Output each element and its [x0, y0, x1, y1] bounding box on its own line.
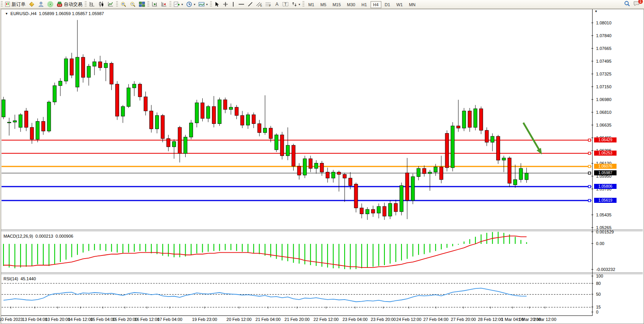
text-icon: A	[275, 2, 279, 7]
zoom-in-button[interactable]	[119, 0, 128, 8]
timeframe-button-M15[interactable]: M15	[330, 1, 343, 8]
timeframe-button-H4[interactable]: H4	[371, 1, 381, 8]
macd-indicator-label: MACD(12,26,9) 0.000213 0.000906	[3, 234, 73, 238]
new-order-label: 新订单	[12, 1, 26, 8]
tile-windows-icon	[139, 1, 145, 7]
price-axis-line	[592, 9, 593, 315]
rsi-indicator-label: RSI(14) 45.1440	[3, 276, 36, 281]
price-axis-label: 1.07150	[596, 84, 612, 89]
price-line-label[interactable]: 1.06429	[594, 137, 617, 142]
macd-signal-value: 0.000906	[56, 234, 73, 238]
toolbar-grip[interactable]	[169, 1, 171, 7]
main-toolbar: 新订单 自动交易	[0, 0, 644, 9]
toolbar-grip[interactable]	[210, 1, 212, 7]
line-chart-button[interactable]	[106, 0, 115, 8]
price-line-label[interactable]: 1.05619	[594, 198, 617, 203]
pane-divider[interactable]	[1, 230, 643, 231]
text-tool-button[interactable]: A	[273, 0, 281, 8]
bar-chart-button[interactable]	[87, 0, 97, 8]
axis-scale-marker-icon[interactable]: ▼	[594, 10, 598, 13]
trendline-icon	[248, 2, 253, 7]
price-line-label[interactable]: 1.06076	[594, 164, 617, 169]
time-axis-label: 27 Feb 20:00	[451, 317, 476, 322]
new-chart-button[interactable]: ▾	[172, 0, 184, 8]
rsi-axis-label: 15	[596, 305, 601, 309]
fibonacci-tool-button[interactable]: F	[264, 0, 273, 8]
toolbar-grip[interactable]	[1, 1, 3, 7]
toolbar-grip[interactable]	[302, 1, 304, 7]
equidistant-channel-tool-button[interactable]: E	[255, 0, 264, 8]
zoom-out-button[interactable]	[128, 0, 137, 8]
new-order-button[interactable]: 新订单	[3, 0, 27, 8]
ohlc-bars-icon	[89, 1, 95, 7]
community-button[interactable]	[36, 0, 46, 8]
toolbar-grip[interactable]	[147, 1, 149, 7]
price-axis-label: 1.07665	[596, 46, 612, 51]
candlestick-chart-button[interactable]	[97, 0, 106, 8]
autotrading-button[interactable]: 自动交易	[55, 0, 84, 8]
label-tool-button[interactable]: T	[281, 0, 290, 8]
trendline-tool-button[interactable]	[246, 0, 255, 8]
template-image-icon	[198, 1, 205, 7]
price-line-label[interactable]: 1.06253	[594, 151, 617, 156]
rsi-axis-label: 0	[596, 310, 598, 314]
toolbar-grip[interactable]	[116, 1, 118, 7]
svg-text:A: A	[275, 2, 278, 7]
time-axis-label: 13 Feb 20:00	[45, 317, 70, 322]
signals-button[interactable]	[46, 0, 55, 8]
timeframe-button-M5[interactable]: M5	[318, 1, 329, 8]
periods-button[interactable]: ▾	[184, 0, 197, 8]
price-line-label[interactable]: 1.05806	[594, 184, 617, 189]
chart-menu-arrow-icon[interactable]: ▼	[5, 12, 8, 15]
auto-scroll-icon	[152, 1, 158, 7]
toolbar-grip[interactable]	[85, 1, 87, 7]
tile-windows-button[interactable]	[137, 0, 147, 8]
rsi-axis-label: 50	[596, 292, 601, 297]
rsi-value: 45.1440	[20, 276, 36, 281]
time-axis-label: 22 Feb 12:00	[314, 317, 339, 322]
cursor-tool-button[interactable]	[213, 0, 221, 8]
arrows-tool-button[interactable]: ▾	[290, 0, 302, 8]
chart-symbol-period: EURUSD-,H4	[10, 11, 36, 16]
symbols-button[interactable]	[27, 0, 36, 8]
vertical-line-tool-button[interactable]	[230, 0, 237, 8]
horizontal-line-icon	[238, 2, 244, 7]
price-line-label[interactable]: 1.05987	[594, 170, 617, 175]
svg-text:E: E	[260, 4, 262, 7]
macd-axis-label: 0.00	[596, 241, 604, 246]
timeframe-button-D1[interactable]: D1	[382, 1, 393, 8]
time-axis-label: 14 Feb 12:00	[68, 317, 93, 322]
auto-scroll-button[interactable]	[150, 0, 159, 8]
fibonacci-icon: F	[265, 2, 272, 7]
timeframe-button-H1[interactable]: H1	[359, 1, 369, 8]
price-axis-label: 1.07495	[596, 59, 612, 63]
chart-canvas[interactable]	[1, 9, 644, 324]
timeframe-button-W1[interactable]: W1	[394, 1, 406, 8]
horizontal-line-tool-button[interactable]	[237, 0, 246, 8]
autotrading-label: 自动交易	[64, 1, 82, 8]
macd-name: MACD(12,26,9)	[3, 234, 33, 238]
time-axis-label: 24 Feb 12:00	[396, 317, 422, 322]
chart-ohlc-values: 1.05899 1.06059 1.05857 1.05987	[39, 11, 104, 16]
rsi-axis-label: 100	[596, 274, 603, 278]
channel-icon: E	[256, 2, 262, 7]
time-axis-label: 2 Mar 12:00	[534, 317, 557, 322]
timeframe-button-M1[interactable]: M1	[306, 1, 317, 8]
chart-shift-button[interactable]	[159, 0, 169, 8]
crosshair-tool-button[interactable]	[221, 0, 230, 8]
search-icon[interactable]	[624, 0, 630, 8]
timeframe-button-MN[interactable]: MN	[406, 1, 418, 8]
vertical-line-icon	[231, 2, 235, 7]
time-axis-label: 10 Feb 2023	[0, 317, 23, 322]
templates-button[interactable]: ▾	[197, 0, 209, 8]
chart-window: ▼ EURUSD-,H4 1.05899 1.06059 1.05857 1.0…	[1, 9, 644, 324]
notifications-button[interactable]: 1	[633, 1, 640, 8]
signal-icon	[47, 1, 53, 7]
timeframe-button-M30[interactable]: M30	[344, 1, 358, 8]
time-axis-line	[1, 315, 593, 316]
time-axis-label: 13 Feb 04:00	[22, 317, 48, 322]
chart-title[interactable]: ▼ EURUSD-,H4 1.05899 1.06059 1.05857 1.0…	[5, 11, 104, 16]
chart-shift-icon	[161, 1, 167, 7]
pane-divider[interactable]	[1, 273, 643, 274]
rsi-axis-label: 80	[596, 281, 601, 286]
